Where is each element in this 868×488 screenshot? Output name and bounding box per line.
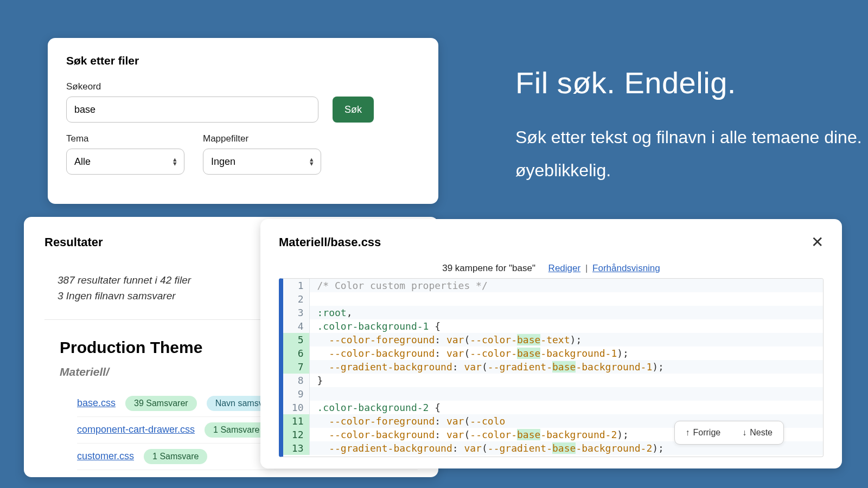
code-line: 7 --gradient-background: var(--gradient-… <box>283 360 823 374</box>
edit-link[interactable]: Rediger <box>548 263 581 273</box>
file-link[interactable]: component-cart-drawer.css <box>77 424 195 435</box>
line-number: 4 <box>283 319 309 333</box>
hero: Fil søk. Endelig. Søk etter tekst og fil… <box>515 65 868 187</box>
close-icon: ✕ <box>811 234 824 251</box>
code-line: 10.color-background-2 { <box>283 401 823 414</box>
code-line: 3:root, <box>283 306 823 319</box>
hero-subtitle: Søk etter tekst og filnavn i alle temaen… <box>515 121 868 187</box>
match-count-badge: 1 Samsvare <box>205 422 268 438</box>
close-button[interactable]: ✕ <box>811 233 824 251</box>
hero-title: Fil søk. Endelig. <box>515 65 868 100</box>
separator: | <box>585 263 588 273</box>
line-number: 1 <box>283 279 309 292</box>
file-link[interactable]: base.css <box>77 397 116 409</box>
line-number: 7 <box>283 360 309 374</box>
search-heading: Søk etter filer <box>66 54 420 67</box>
code-line: 1/* Color custom properties */ <box>283 279 823 292</box>
code-line: 6 --color-background: var(--color-base-b… <box>283 346 823 360</box>
code-content: .color-background-1 { <box>309 319 823 333</box>
code-content <box>309 387 823 401</box>
line-number: 2 <box>283 292 309 306</box>
line-number: 5 <box>283 333 309 346</box>
code-content: /* Color custom properties */ <box>309 279 823 292</box>
keyword-input[interactable] <box>66 97 318 123</box>
search-card: Søk etter filer Søkeord Søk Tema ▴▾ Mapp… <box>48 38 438 204</box>
code-content: --gradient-background: var(--gradient-ba… <box>309 360 823 374</box>
line-number: 8 <box>283 374 309 387</box>
preview-meta: 39 kampene for "base" Rediger | Forhånds… <box>279 263 824 274</box>
match-count-badge: 39 Samsvarer <box>125 396 197 411</box>
code-line: 9 <box>283 387 823 401</box>
file-preview-card: Materiell/base.css ✕ 39 kampene for "bas… <box>260 219 842 468</box>
code-content: } <box>309 374 823 387</box>
line-number: 12 <box>283 428 309 441</box>
match-count-badge: 1 Samsvare <box>144 449 207 464</box>
line-number: 3 <box>283 306 309 319</box>
line-number: 9 <box>283 387 309 401</box>
code-content <box>309 292 823 306</box>
prev-match-button[interactable]: ↑Forrige <box>675 421 732 444</box>
code-content: --color-background: var(--color-base-bac… <box>309 346 823 360</box>
code-line: 5 --color-foreground: var(--color-base-t… <box>283 333 823 346</box>
line-number: 13 <box>283 441 309 455</box>
code-line: 4.color-background-1 { <box>283 319 823 333</box>
line-number: 10 <box>283 401 309 414</box>
line-number: 6 <box>283 346 309 360</box>
matches-count-text: 39 kampene for "base" <box>442 263 535 273</box>
arrow-up-icon: ↑ <box>686 428 690 437</box>
code-viewer[interactable]: 1/* Color custom properties */23:root,4.… <box>279 278 824 457</box>
theme-label: Tema <box>66 133 184 144</box>
code-line: 8} <box>283 374 823 387</box>
preview-file-title: Materiell/base.css <box>279 235 381 249</box>
keyword-label: Søkeord <box>66 81 318 92</box>
preview-link[interactable]: Forhåndsvisning <box>592 263 660 273</box>
file-link[interactable]: customer.css <box>77 451 134 462</box>
theme-select[interactable] <box>66 149 184 175</box>
folder-filter-label: Mappefilter <box>203 133 321 144</box>
code-line: 2 <box>283 292 823 306</box>
search-button[interactable]: Søk <box>333 97 374 123</box>
next-match-button[interactable]: ↓Neste <box>731 421 783 444</box>
code-content: :root, <box>309 306 823 319</box>
line-number: 11 <box>283 414 309 428</box>
folder-filter-select[interactable] <box>203 149 321 175</box>
code-content: .color-background-2 { <box>309 401 823 414</box>
arrow-down-icon: ↓ <box>742 428 746 437</box>
code-content: --color-foreground: var(--color-base-tex… <box>309 333 823 346</box>
match-nav: ↑Forrige ↓Neste <box>674 421 784 445</box>
